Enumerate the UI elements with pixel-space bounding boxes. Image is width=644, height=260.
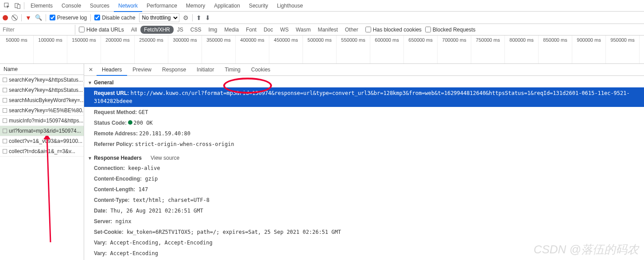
download-har-icon[interactable]: ⬇ (205, 14, 210, 21)
response-header-row: Server: nginx (84, 216, 644, 227)
timeline-tick: 750000 ms (471, 35, 505, 63)
throttling-select[interactable]: No throttling (139, 13, 179, 22)
record-icon[interactable] (3, 15, 8, 20)
general-header[interactable]: ▼General (84, 78, 644, 87)
filter-chip-img[interactable]: Img (205, 26, 221, 34)
timeline-tick: 700000 ms (438, 35, 471, 63)
timeline-tick: 950000 ms (606, 35, 640, 63)
wifi-icon[interactable]: ⚙ (183, 14, 189, 21)
close-details-icon[interactable]: ✕ (86, 65, 96, 74)
filter-chip-doc[interactable]: Doc (260, 26, 276, 34)
response-header-row: Date: Thu, 26 Aug 2021 02:26:51 GMT (84, 205, 644, 216)
file-icon (3, 149, 7, 154)
detail-tab-timing[interactable]: Timing (219, 64, 246, 75)
timeline-overview[interactable]: 50000 ms100000 ms150000 ms200000 ms25000… (0, 35, 644, 64)
timeline-tick: 200000 ms (101, 35, 135, 63)
filter-chip-js[interactable]: JS (174, 26, 187, 34)
filter-chip-media[interactable]: Media (221, 26, 242, 34)
request-list-header[interactable]: Name (0, 64, 84, 75)
tab-performance[interactable]: Performance (142, 0, 182, 11)
has-blocked-cookies-checkbox[interactable]: Has blocked cookies (365, 27, 422, 33)
status-code-row: Status Code: 200 OK (84, 118, 644, 128)
svg-rect-2 (17, 4, 20, 8)
tab-security[interactable]: Security (244, 0, 272, 11)
timeline-tick: 650000 ms (404, 35, 438, 63)
request-list: Name searchKey?key=&httpsStatus...search… (0, 64, 84, 260)
request-method-row: Request Method: GET (84, 107, 644, 118)
detail-tab-cookies[interactable]: Cookies (246, 64, 275, 75)
response-header-row: Vary: Accept-Encoding (84, 248, 644, 259)
request-name: searchMusicBykeyWord?key=... (9, 97, 84, 103)
tab-memory[interactable]: Memory (182, 0, 209, 11)
request-row[interactable]: musicInfo?mid=150974&https... (0, 116, 84, 126)
filter-chip-fetch-xhr[interactable]: Fetch/XHR (140, 26, 174, 34)
tab-sources[interactable]: Sources (85, 0, 114, 11)
request-name: collect?v=1&_v093&a=99100... (9, 138, 82, 144)
response-header-row: Connection: keep-alive (84, 163, 644, 173)
request-name: musicInfo?mid=150974&https... (9, 118, 83, 124)
filter-chip-ws[interactable]: WS (277, 26, 292, 34)
request-row[interactable]: url?format=mp3&rid=150974... (0, 126, 84, 136)
disable-cache-checkbox[interactable]: Disable cache (94, 15, 135, 21)
response-header-row: Vary: Accept-Encoding, Accept-Encoding (84, 237, 644, 248)
request-row[interactable]: searchKey?key=&httpsStatus... (0, 85, 84, 95)
request-row[interactable]: searchMusicBykeyWord?key=... (0, 95, 84, 106)
filter-chip-wasm[interactable]: Wasm (292, 26, 314, 34)
timeline-tick: 350000 ms (202, 35, 236, 63)
tab-console[interactable]: Console (57, 0, 85, 11)
file-icon (3, 139, 7, 143)
request-details: ✕ HeadersPreviewResponseInitiatorTimingC… (84, 64, 644, 260)
preserve-log-checkbox[interactable]: Preserve log (50, 15, 87, 21)
search-icon[interactable]: 🔍 (35, 14, 42, 21)
request-url-row[interactable]: Request URL: http://www.kuwo.cn/url?form… (84, 87, 644, 107)
timeline-tick: 900000 ms (572, 35, 606, 63)
device-toggle-icon[interactable] (13, 1, 22, 10)
tab-lighthouse[interactable]: Lighthouse (272, 0, 307, 11)
filter-chip-all[interactable]: All (128, 26, 140, 34)
request-row[interactable]: collect?t=dc&ai=1&_r=3&v... (0, 146, 84, 157)
detail-tab-headers[interactable]: Headers (97, 64, 127, 76)
timeline-tick: 50000 ms (0, 35, 34, 63)
detail-tab-preview[interactable]: Preview (127, 64, 157, 75)
timeline-tick: 550000 ms (337, 35, 370, 63)
filter-toggle-icon[interactable]: ▼ (25, 14, 31, 21)
request-name: collect?t=dc&ai=1&_r=3&v... (9, 148, 75, 154)
response-headers-header[interactable]: ▼Response HeadersView source (84, 153, 644, 163)
separator (46, 14, 46, 21)
timeline-tick: 150000 ms (67, 35, 101, 63)
request-row[interactable]: searchKey?key=%E5%BE%80... (0, 106, 84, 116)
inspect-icon[interactable] (3, 1, 12, 10)
filter-chip-font[interactable]: Font (242, 26, 260, 34)
tab-application[interactable]: Application (209, 0, 244, 11)
separator (90, 14, 91, 21)
status-dot-icon (128, 120, 132, 125)
view-source-link[interactable]: View source (151, 155, 179, 161)
referrer-policy-row: Referrer Policy: strict-origin-when-cros… (84, 139, 644, 150)
filter-chip-css[interactable]: CSS (187, 26, 205, 34)
timeline-tick: 800000 ms (505, 35, 539, 63)
filter-chip-manifest[interactable]: Manifest (314, 26, 341, 34)
detail-tab-initiator[interactable]: Initiator (191, 64, 219, 75)
request-name: searchKey?key=&httpsStatus... (9, 87, 83, 93)
file-icon (3, 78, 7, 82)
detail-tab-response[interactable]: Response (157, 64, 191, 75)
tab-network[interactable]: Network (114, 0, 142, 12)
file-icon (3, 88, 7, 92)
timeline-tick: 100 (640, 35, 644, 63)
clear-icon[interactable] (12, 15, 18, 21)
filter-input[interactable] (0, 25, 75, 35)
filter-chip-other[interactable]: Other (341, 26, 362, 34)
request-name: url?format=mp3&rid=150974... (9, 128, 81, 134)
request-row[interactable]: collect?v=1&_v093&a=99100... (0, 136, 84, 146)
hide-data-urls-checkbox[interactable]: Hide data URLs (79, 27, 124, 33)
response-header-row: Set-Cookie: kw_token=6RZ5TV1TOX5; path=/… (84, 227, 644, 237)
separator (24, 2, 24, 9)
separator (21, 14, 22, 21)
timeline-tick: 250000 ms (135, 35, 168, 63)
filter-bar: Hide data URLs AllFetch/XHRJSCSSImgMedia… (0, 24, 644, 35)
upload-har-icon[interactable]: ⬆ (196, 14, 202, 21)
timeline-tick: 450000 ms (269, 35, 303, 63)
blocked-requests-checkbox[interactable]: Blocked Requests (425, 27, 476, 33)
request-row[interactable]: searchKey?key=&httpsStatus... (0, 75, 84, 85)
tab-elements[interactable]: Elements (26, 0, 57, 11)
